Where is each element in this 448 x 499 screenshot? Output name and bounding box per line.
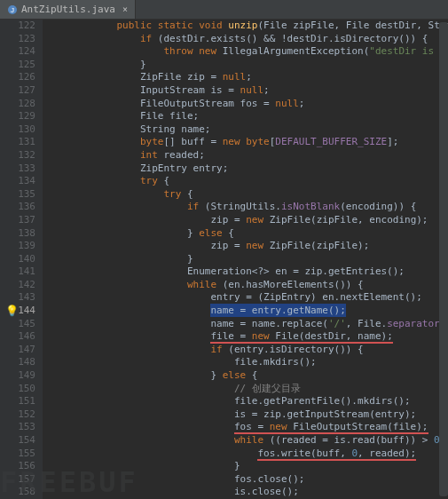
code-line[interactable]: entry = (ZipEntry) en.nextElement(); [46,291,448,305]
code-line[interactable]: Enumeration<?> en = zip.getEntries(); [46,265,448,279]
line-number: 129 [0,110,35,123]
code-line[interactable]: is.close(); [46,486,448,499]
scrollbar[interactable] [439,22,448,496]
line-number: 155 [0,448,35,461]
line-number: 149 [0,369,35,383]
line-number: 135 [0,188,35,202]
code-line[interactable]: } else { [46,369,448,383]
line-number: 154 [0,434,35,448]
code-line[interactable]: is = zip.getInputStream(entry); [46,408,448,422]
code-line[interactable]: fos.close(); [46,473,448,487]
line-number: 123 [0,33,35,46]
line-number: 138 [0,227,35,241]
line-number: 127 [0,84,35,98]
intention-bulb-icon[interactable]: 💡 [5,305,19,317]
code-line[interactable]: file = new File(destDir, name); [46,330,448,344]
code-line[interactable]: File file; [46,110,448,123]
code-line[interactable]: ZipFile zip = null; [46,71,448,84]
line-number: 133 [0,162,35,176]
line-number: 124 [0,45,35,59]
line-number: 143 [0,291,35,305]
code-line[interactable]: } [46,253,448,266]
java-file-icon: J [7,4,18,15]
svg-text:J: J [11,6,14,14]
line-number: 128 [0,98,35,111]
code-line[interactable]: } [46,59,448,72]
code-line[interactable]: InputStream is = null; [46,84,448,98]
line-number: 122 [0,20,35,33]
code-line[interactable]: byte[] buff = new byte[DEFAULT_BUFFER_SI… [46,136,448,149]
line-number: 136 [0,201,35,214]
code-line[interactable]: name = entry.getName(); [46,305,448,318]
line-number: 145 [0,318,35,331]
line-number: 126 [0,71,35,84]
line-number: 141 [0,265,35,279]
line-number: 151 [0,395,35,408]
code-line[interactable]: throw new IllegalArgumentException("dest… [46,45,448,59]
line-number: 131 [0,136,35,149]
line-number: 140 [0,253,35,266]
code-line[interactable]: zip = new ZipFile(zipFile, encoding); [46,214,448,227]
line-number: 134 [0,175,35,188]
line-number: 137 [0,214,35,227]
code-line[interactable]: } [46,460,448,473]
line-number: 148 [0,356,35,369]
code-line[interactable]: } else { [46,227,448,241]
line-number: 157 [0,473,35,487]
code-line[interactable]: fos = new FileOutputStream(file); [46,421,448,434]
line-number: 139 [0,240,35,253]
line-number: 132 [0,149,35,162]
code-line[interactable]: try { [46,175,448,188]
line-number: 125 [0,59,35,72]
code-line[interactable]: FileOutputStream fos = null; [46,98,448,111]
line-number: 156 [0,460,35,473]
tab-bar: J AntZipUtils.java × [0,0,448,20]
code-line[interactable]: if (destDir.exists() && !destDir.isDirec… [46,33,448,46]
code-line[interactable]: if (entry.isDirectory()) { [46,344,448,357]
tab-filename: AntZipUtils.java [21,4,115,15]
code-line[interactable]: ZipEntry entry; [46,162,448,176]
line-number: 147 [0,344,35,357]
line-number: 150 [0,383,35,396]
code-line[interactable]: zip = new ZipFile(zipFile); [46,240,448,253]
file-tab[interactable]: J AntZipUtils.java × [0,0,136,19]
code-line[interactable]: file.getParentFile().mkdirs(); [46,395,448,408]
code-line[interactable]: public static void unzip(File zipFile, F… [46,20,448,33]
code-line[interactable]: // 创建父目录 [46,383,448,396]
line-number: 142 [0,279,35,292]
line-number: 146 [0,330,35,344]
code-line[interactable]: try { [46,188,448,202]
code-line[interactable]: int readed; [46,149,448,162]
code-line[interactable]: name = name.replace('/', File.separatorC… [46,318,448,331]
code-line[interactable]: fos.write(buff, 0, readed); [46,448,448,461]
line-gutter: 1221231241251261271281291301311321331341… [0,20,43,499]
code-line[interactable]: if (StringUtils.isNotBlank(encoding)) { [46,201,448,214]
line-number: 153 [0,421,35,434]
code-line[interactable]: file.mkdirs(); [46,356,448,369]
line-number: 158 [0,486,35,499]
close-tab-icon[interactable]: × [122,4,128,14]
code-line[interactable]: while ((readed = is.read(buff)) > 0) { [46,434,448,448]
line-number: 152 [0,408,35,422]
code-area[interactable]: public static void unzip(File zipFile, F… [43,20,448,499]
code-line[interactable]: String name; [46,123,448,137]
line-number: 130 [0,123,35,137]
code-line[interactable]: while (en.hasMoreElements()) { [46,279,448,292]
editor-pane: 1221231241251261271281291301311321331341… [0,20,448,499]
